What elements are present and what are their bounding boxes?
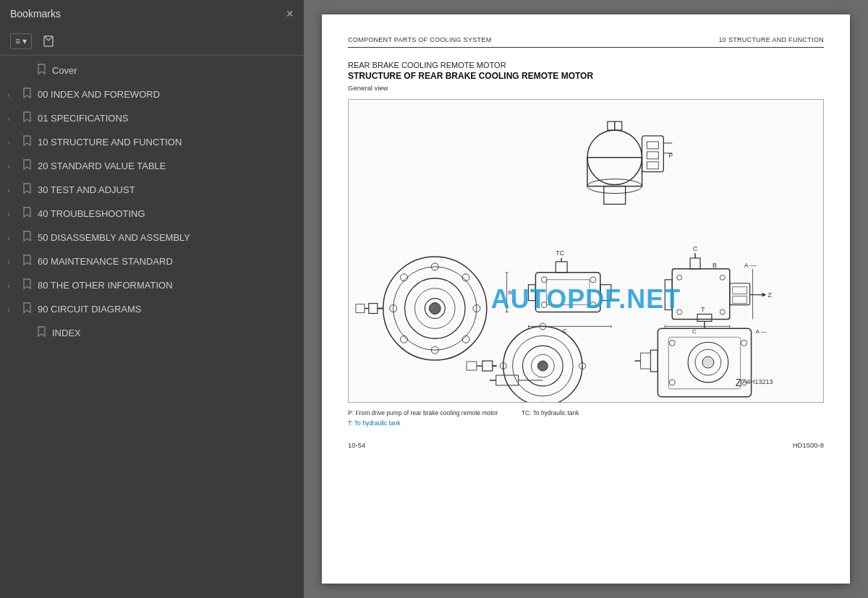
chevron-80: ›: [7, 281, 17, 290]
sidebar-item-90[interactable]: › 90 CIRCUIT DIAGRAMS: [0, 297, 304, 321]
sidebar-item-20[interactable]: › 20 STANDARD VALUE TABLE: [0, 154, 304, 178]
chevron-20: ›: [7, 162, 17, 171]
sidebar-item-30[interactable]: › 30 TEST AND ADJUST: [0, 178, 304, 202]
svg-point-64: [677, 275, 682, 280]
document-notes: P: From drive pump of rear brake cooling…: [348, 409, 824, 428]
svg-point-27: [429, 303, 441, 315]
svg-text:A4H13213: A4H13213: [742, 378, 773, 385]
bookmark-icon: [42, 35, 55, 48]
sidebar-item-label-index: INDEX: [52, 328, 81, 338]
svg-point-99: [741, 340, 747, 346]
header-left: COMPONENT PARTS OF COOLING SYSTEM: [348, 36, 491, 43]
svg-text:B: B: [712, 262, 717, 269]
bookmark-icon-index: [36, 326, 48, 340]
sidebar-item-label-80: 80 THE OTHER INFORMATION: [38, 280, 173, 291]
svg-text:A —: A —: [756, 328, 767, 335]
bookmark-icon-cover: [36, 64, 48, 77]
svg-text:Z: Z: [736, 377, 742, 388]
svg-rect-55: [733, 296, 747, 304]
svg-rect-86: [467, 362, 477, 370]
svg-text:A —: A —: [744, 262, 757, 269]
title-line2: STRUCTURE OF REAR BRAKE COOLING REMOTE M…: [348, 71, 824, 81]
options-label: ≡: [15, 36, 20, 46]
chevron-30: ›: [7, 186, 17, 195]
svg-marker-57: [762, 293, 767, 297]
diagram-container: P: [348, 99, 824, 403]
svg-rect-93: [641, 353, 651, 369]
chevron-60: ›: [7, 257, 17, 266]
svg-rect-5: [642, 136, 664, 172]
sidebar-title: Bookmarks: [10, 8, 61, 20]
document-header: COMPONENT PARTS OF COOLING SYSTEM 10 STR…: [348, 36, 824, 48]
sidebar: Bookmarks × ≡ ▾ Cover ›: [0, 0, 304, 598]
sidebar-item-01[interactable]: › 01 SPECIFICATIONS: [0, 106, 304, 130]
svg-rect-35: [556, 262, 567, 273]
sidebar-item-label-00: 00 INDEX AND FOREWORD: [38, 89, 160, 100]
svg-rect-6: [647, 142, 658, 149]
sidebar-item-cover[interactable]: Cover: [0, 59, 304, 82]
chevron-50: ›: [7, 234, 17, 242]
bookmark-icon-01: [22, 111, 33, 125]
sidebar-item-label-30: 30 TEST AND ADJUST: [38, 184, 135, 195]
chevron-10: ›: [7, 138, 17, 147]
sidebar-item-80[interactable]: › 80 THE OTHER INFORMATION: [0, 273, 304, 297]
chevron-00: ›: [7, 90, 17, 99]
chevron-01: ›: [7, 114, 17, 123]
note-t-text: T: To hydraulic tank: [348, 419, 401, 427]
sidebar-item-60[interactable]: › 60 MAINTENANCE STANDARD: [0, 249, 304, 273]
svg-text:P: P: [668, 152, 673, 159]
svg-rect-84: [482, 361, 493, 371]
bookmark-icon-40: [22, 207, 33, 221]
svg-rect-29: [369, 304, 378, 314]
chevron-40: ›: [7, 210, 17, 218]
svg-point-38: [590, 277, 596, 283]
svg-rect-2: [587, 158, 642, 187]
close-button[interactable]: ×: [286, 7, 294, 20]
sidebar-item-label-cover: Cover: [52, 65, 77, 76]
svg-point-67: [720, 309, 725, 315]
bookmark-list: Cover › 00 INDEX AND FOREWORD › 01 SPECI…: [0, 56, 304, 598]
sidebar-item-10[interactable]: › 10 STRUCTURE AND FUNCTION: [0, 130, 304, 154]
sidebar-item-label-01: 01 SPECIFICATIONS: [38, 113, 128, 124]
page-number-right: HD1500-8: [793, 441, 824, 449]
header-right: 10 STRUCTURE AND FUNCTION: [718, 36, 824, 43]
options-button[interactable]: ≡ ▾: [10, 33, 32, 49]
sidebar-item-40[interactable]: › 40 TROUBLESHOOTING: [0, 202, 304, 226]
sidebar-toolbar: ≡ ▾: [0, 27, 304, 56]
document-page: COMPONENT PARTS OF COOLING SYSTEM 10 STR…: [322, 14, 850, 584]
svg-rect-31: [356, 304, 365, 313]
bookmark-icon-80: [22, 278, 33, 292]
svg-text:C: C: [692, 328, 697, 335]
svg-text:T: T: [701, 306, 705, 313]
sidebar-item-label-20: 20 STANDARD VALUE TABLE: [38, 161, 166, 171]
sidebar-item-label-40: 40 TROUBLESHOOTING: [38, 208, 145, 219]
sidebar-item-00[interactable]: › 00 INDEX AND FOREWORD: [0, 82, 304, 106]
sidebar-item-label-60: 60 MAINTENANCE STANDARD: [38, 256, 173, 267]
note-tc-text: TC: To hydraulic tank: [522, 409, 579, 417]
svg-text:C: C: [693, 245, 698, 252]
svg-text:TC: TC: [556, 249, 564, 257]
title-line1: REAR BRAKE COOLING REMOTE MOTOR: [348, 61, 824, 69]
bookmark-icon-00: [22, 87, 33, 101]
document-panel: COMPONENT PARTS OF COOLING SYSTEM 10 STR…: [304, 0, 868, 598]
bookmark-icon-20: [22, 159, 33, 173]
svg-rect-34: [600, 285, 611, 301]
svg-point-97: [702, 356, 714, 368]
svg-rect-59: [690, 258, 700, 269]
svg-point-66: [677, 309, 682, 315]
sidebar-item-50[interactable]: › 50 DISASSEMBLY AND ASSEMBLY: [0, 226, 304, 249]
svg-rect-103: [697, 314, 712, 321]
svg-rect-4: [604, 187, 626, 205]
svg-point-98: [669, 340, 675, 346]
bookmark-icon-90: [22, 302, 33, 316]
sidebar-item-label-90: 90 CIRCUIT DIAGRAMS: [38, 304, 142, 315]
sidebar-item-index[interactable]: INDEX: [0, 321, 304, 345]
bookmark-icon-button[interactable]: [38, 32, 59, 51]
bookmark-icon-50: [22, 231, 33, 244]
page-number-left: 10-54: [348, 441, 365, 449]
note-t: T: To hydraulic tank: [348, 419, 824, 429]
page-number-bar: 10-54 HD1500-8: [348, 441, 824, 449]
bookmark-icon-30: [22, 183, 33, 197]
diagram-svg: P: [349, 100, 823, 402]
sidebar-item-label-10: 10 STRUCTURE AND FUNCTION: [38, 137, 182, 148]
